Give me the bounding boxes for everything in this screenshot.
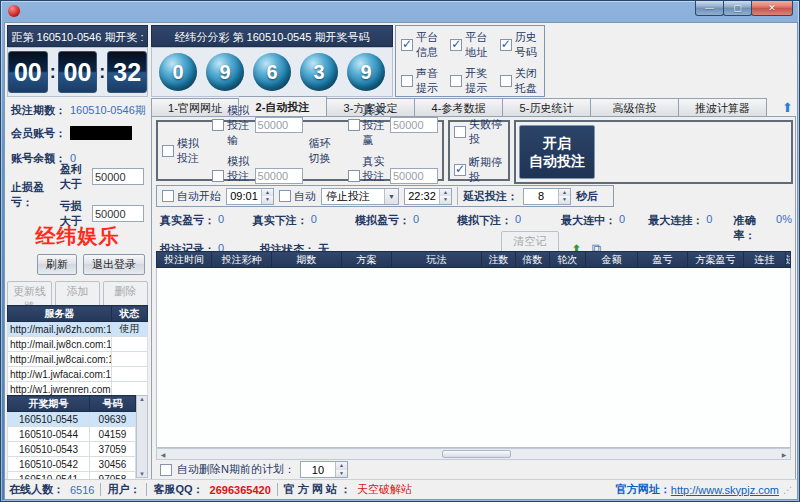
sim-lose-label: 模拟投注输 xyxy=(227,103,251,148)
online-count-label: 在线人数： xyxy=(9,482,64,497)
spin-up-icon[interactable]: ▲ xyxy=(559,189,570,197)
profit-threshold-input[interactable] xyxy=(92,168,144,185)
checkbox[interactable] xyxy=(401,39,413,51)
server-row[interactable]: http://mail.jw8cai.com:16... xyxy=(8,352,148,367)
countdown-colon: : xyxy=(50,62,56,83)
col-plan: 方案 xyxy=(342,251,392,268)
sim-bet-option[interactable]: 模拟投注 xyxy=(162,136,206,166)
checkbox[interactable] xyxy=(212,170,224,182)
delay-input[interactable] xyxy=(524,189,558,204)
option-platform-info[interactable]: 平台信息 xyxy=(401,30,441,60)
col-multiple: 倍数 xyxy=(516,251,550,268)
auto-bet-page: 模拟投注 模拟投注输 模拟投注赢 循环切换 xyxy=(151,116,796,480)
official-url-label: 官方网址： xyxy=(616,482,671,497)
start-time-input[interactable] xyxy=(227,189,261,204)
server-url: http://mail.jw8zh.com:16... xyxy=(8,322,112,337)
result-number: 37059 xyxy=(90,442,136,457)
scroll-left-icon[interactable]: ◀ xyxy=(157,451,169,458)
checkbox[interactable] xyxy=(348,170,360,182)
result-row[interactable]: 160510-0545 09639 xyxy=(8,412,136,427)
fail-stop-option[interactable]: 失败停投 xyxy=(454,117,508,147)
checkbox[interactable] xyxy=(348,119,360,131)
sim-lose-option[interactable]: 模拟投注输 xyxy=(212,103,302,148)
checkbox[interactable] xyxy=(160,464,172,476)
auto-start-option[interactable]: 自动开始 xyxy=(162,189,221,204)
refresh-button[interactable]: 刷新 xyxy=(37,254,77,275)
logout-button[interactable]: 退出登录 xyxy=(83,254,145,275)
sim-win-input[interactable] xyxy=(255,168,303,184)
start-button-line1: 开启 xyxy=(520,134,594,152)
option-platform-address[interactable]: 平台地址 xyxy=(450,30,490,60)
app-window: — ▢ ✕ 距第 160510-0546 期开奖 : 00 : 00 : 32 … xyxy=(0,0,800,502)
result-row[interactable]: 160510-0544 04159 xyxy=(8,427,136,442)
scrollbar-thumb[interactable] xyxy=(442,450,512,458)
record-table-hscrollbar[interactable]: ◀ ▶ xyxy=(156,448,791,460)
checkbox[interactable] xyxy=(500,39,512,51)
delay-label: 延迟投注： xyxy=(463,189,518,204)
cleanup-input[interactable] xyxy=(301,462,335,477)
stop-time-stepper[interactable]: ▲▼ xyxy=(404,188,452,205)
start-auto-bet-button[interactable]: 开启 自动投注 xyxy=(519,125,595,179)
real-lose-input[interactable] xyxy=(390,168,438,184)
spin-up-icon[interactable]: ▲ xyxy=(440,189,451,197)
minimize-button[interactable]: — xyxy=(695,1,724,16)
start-time-stepper[interactable]: ▲▼ xyxy=(226,188,274,205)
maximize-button[interactable]: ▢ xyxy=(723,1,752,16)
sim-lose-input[interactable] xyxy=(255,117,303,133)
server-status xyxy=(112,352,148,367)
spin-down-icon[interactable]: ▼ xyxy=(440,196,451,204)
scroll-down-icon[interactable]: ▼ xyxy=(139,471,145,477)
option-draw-alert[interactable]: 开奖提示 xyxy=(450,66,490,96)
server-url: http://mail.jw8cn.com:16... xyxy=(8,337,112,352)
break-stop-option[interactable]: 断期停投 xyxy=(454,155,508,185)
spin-down-icon[interactable]: ▼ xyxy=(559,196,570,204)
server-row[interactable]: http://w1.jwfacai.com:16... xyxy=(8,367,148,382)
spin-down-icon[interactable]: ▼ xyxy=(262,196,273,204)
result-row[interactable]: 160510-0542 30456 xyxy=(8,457,136,472)
scroll-up-icon[interactable]: ▲ xyxy=(139,396,145,402)
stop-time-input[interactable] xyxy=(405,189,439,204)
option-close-tray[interactable]: 关闭托盘 xyxy=(500,66,540,96)
options-panel: 平台信息 平台地址 历史号码 声音提示 开奖提示 xyxy=(395,25,545,97)
real-win-label: 真实投注赢 xyxy=(363,103,387,148)
checkbox[interactable] xyxy=(401,75,413,87)
tab-wave-calculator[interactable]: 推波计算器 xyxy=(679,98,767,117)
server-row[interactable]: http://mail.jw8cn.com:16... xyxy=(8,337,148,352)
tab-history-stats[interactable]: 5-历史统计 xyxy=(503,98,591,117)
delay-stepper[interactable]: ▲▼ xyxy=(523,188,571,205)
checkbox[interactable] xyxy=(500,75,512,87)
checkbox[interactable] xyxy=(454,126,466,138)
spin-down-icon[interactable]: ▼ xyxy=(336,470,347,478)
checkbox[interactable] xyxy=(450,39,462,51)
col-period: 期数 xyxy=(272,251,342,268)
cleanup-stepper[interactable]: ▲▼ xyxy=(300,461,348,478)
spin-up-icon[interactable]: ▲ xyxy=(262,189,273,197)
tab-advanced-multiplier[interactable]: 高级倍投 xyxy=(591,98,679,117)
checkbox[interactable] xyxy=(454,164,466,176)
checkbox[interactable] xyxy=(162,190,174,202)
checkbox[interactable] xyxy=(162,145,174,157)
option-history-numbers[interactable]: 历史号码 xyxy=(500,30,540,60)
option-sound-alert[interactable]: 声音提示 xyxy=(401,66,441,96)
server-row[interactable]: http://mail.jw8zh.com:16... 使用 xyxy=(8,322,148,337)
spin-up-icon[interactable]: ▲ xyxy=(336,462,347,470)
real-win-option[interactable]: 真实投注赢 xyxy=(348,103,438,148)
result-row[interactable]: 160510-0543 37059 xyxy=(8,442,136,457)
real-win-input[interactable] xyxy=(390,117,438,133)
countdown-timer: 00 : 00 : 32 xyxy=(7,47,148,97)
close-button[interactable]: ✕ xyxy=(751,1,793,16)
checkbox[interactable] xyxy=(212,119,224,131)
stop-mode-select[interactable]: 停止投注 ▼ xyxy=(321,188,399,205)
official-url-link[interactable]: http://www.skypjz.com xyxy=(671,484,779,496)
results-scrollbar[interactable]: ▲ ▼ xyxy=(136,395,148,478)
loss-threshold-input[interactable] xyxy=(92,205,144,222)
stoploss-label: 止损盈亏： xyxy=(11,180,58,210)
scroll-top-icon[interactable]: ⬆ xyxy=(782,99,793,117)
bet-period-label: 投注期数： xyxy=(11,103,66,118)
auto-option[interactable]: 自动 xyxy=(279,189,316,204)
chevron-down-icon[interactable]: ▼ xyxy=(384,189,398,204)
scroll-right-icon[interactable]: ▶ xyxy=(778,451,790,458)
resize-grip[interactable]: ⋰ xyxy=(783,485,793,495)
checkbox[interactable] xyxy=(450,75,462,87)
checkbox[interactable] xyxy=(279,190,291,202)
